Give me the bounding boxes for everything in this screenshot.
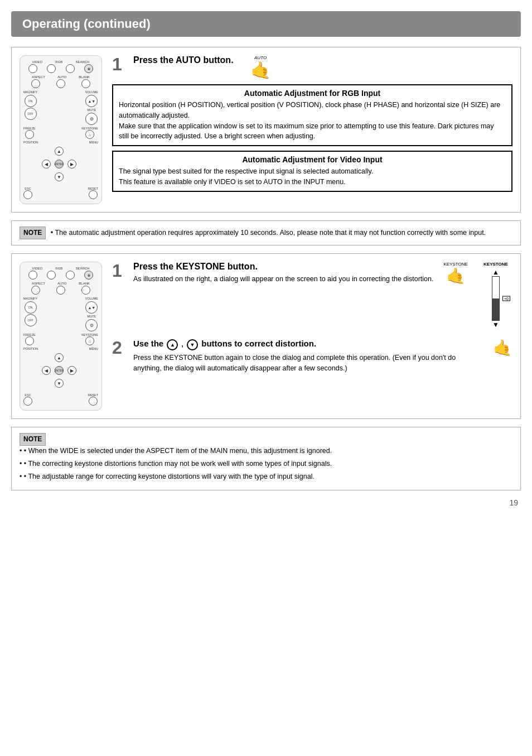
search-btn (66, 64, 75, 73)
right-btn-2: ▶ (67, 366, 76, 375)
step1-header: 1 Press the AUTO button. AUTO 🤙 (112, 55, 512, 80)
magnify-on-btn: ON (25, 95, 37, 107)
esc-btn-2 (23, 397, 32, 406)
up-circle-btn: ▲ (167, 339, 178, 350)
rgb-btn-2 (47, 271, 56, 280)
rgb-section-text: Horizontal position (H POSITION), vertic… (119, 100, 506, 142)
keystone-hand-label: KEYSTONE (444, 262, 468, 267)
remote-row-labels-1: VIDEO RGB SEARCH (23, 60, 98, 64)
step2-hand-icon-area: 🤙 (493, 339, 512, 357)
esc-btn-1 (23, 190, 32, 199)
enter-btn-2: ENTER (55, 366, 64, 375)
aspect-btn-2 (31, 286, 40, 295)
keystone-btn-2: ⌂ (85, 336, 94, 345)
keystone-display-label: KEYSTONE (483, 262, 508, 267)
note1-label: NOTE (20, 227, 46, 239)
remote2-row-labels-1: VIDEO RGB SEARCH (23, 267, 98, 270)
keystone-step2-number: 2 (112, 339, 129, 357)
magnify-off-btn: OFF (25, 108, 37, 120)
rgb-section-title: Automatic Adjustment for RGB Input (119, 89, 506, 98)
keystone-btn-1: ⌂ (85, 130, 94, 139)
keystone-arrow-up: ▲ (492, 268, 499, 276)
keystone-step2-content: Use the ▲ , ▼ buttons to correct distort… (133, 339, 483, 374)
keystone-hand-area: KEYSTONE 🤙 (444, 262, 468, 285)
keystone-step1-body: Press the KEYSTONE button. As illustrate… (133, 262, 468, 285)
blank-btn-2 (81, 286, 90, 295)
keystone-step1-title: Press the KEYSTONE button. (133, 262, 434, 272)
magnify-off-btn-2: OFF (25, 314, 37, 326)
keystone-step1-header: 1 Press the KEYSTONE button. As illustra… (112, 262, 473, 285)
freeze-btn-2 (25, 336, 34, 345)
video-btn-2 (28, 271, 37, 280)
remote-row-labels-2: ASPECT AUTO BLANK (23, 75, 98, 79)
volume-btn-2: ▲▼ (85, 301, 98, 314)
power-btn: ⏻ (84, 64, 93, 73)
reset-btn-2 (89, 397, 98, 406)
note1-text: • The automatic adjustment operation req… (51, 229, 486, 237)
keystone-display-area: KEYSTONE ▲ +0 ▼ (479, 262, 512, 329)
keystone-bar: +0 (492, 276, 500, 321)
volume-btn: ▲▼ (85, 95, 98, 107)
keystone-value: +0 (502, 296, 510, 301)
note1-box: NOTE • The automatic adjustment operatio… (11, 220, 521, 245)
header-title: Operating (continued) (22, 17, 151, 31)
note2-item-1: • When the WIDE is selected under the AS… (20, 446, 512, 456)
aspect-btn (31, 79, 40, 88)
left-btn: ◀ (42, 160, 51, 168)
right-btn: ▶ (67, 160, 76, 168)
auto-btn-2 (56, 286, 65, 295)
keystone-step2-title: Use the ▲ , ▼ buttons to correct distort… (133, 339, 483, 350)
keystone-hand-icon: 🤙 (446, 267, 466, 285)
keystone-step2-body: Use the ▲ , ▼ buttons to correct distort… (133, 339, 512, 374)
video-section-text: The signal type best suited for the resp… (119, 166, 506, 187)
enter-btn: ENTER (55, 160, 64, 168)
note2-box: NOTE • When the WIDE is selected under t… (11, 427, 521, 490)
search-btn-2 (66, 271, 75, 280)
keystone-arrow-down: ▼ (492, 321, 499, 329)
freeze-btn (25, 130, 34, 139)
remote-top-row: ⏻ (23, 64, 98, 73)
remote2-aspect-row (23, 286, 98, 295)
auto-btn (56, 79, 65, 88)
page-num-text: 19 (509, 498, 518, 507)
remote-control-1: VIDEO RGB SEARCH ⏻ ASPECT AUTO BLANK (20, 55, 102, 204)
power-btn-2: ⏻ (84, 271, 93, 280)
keystone-bar-fill (492, 298, 499, 320)
keystone-step1-content: 1 Press the KEYSTONE button. As illustra… (112, 262, 473, 329)
down-btn-2: ▼ (55, 379, 64, 388)
remote-aspect-row (23, 79, 98, 88)
down-circle-btn: ▼ (187, 339, 198, 350)
keystone-step1: 1 Press the KEYSTONE button. As illustra… (112, 262, 512, 329)
remote2-top-row: ⏻ (23, 271, 98, 280)
video-sub-section: Automatic Adjustment for Video Input The… (112, 151, 512, 192)
remote-control-2: VIDEO RGB SEARCH ⏻ ASPECT AUTO BLANK (20, 262, 102, 411)
keystone-step2: 2 Use the ▲ , ▼ buttons to correct disto… (112, 339, 512, 374)
down-btn: ▼ (55, 172, 64, 181)
blank-btn (81, 79, 90, 88)
reset-btn-1 (89, 190, 98, 199)
video-btn (28, 64, 37, 73)
video-section-title: Automatic Adjustment for Video Input (119, 155, 506, 164)
rgb-btn (47, 64, 56, 73)
remote2-row-labels-2: ASPECT AUTO BLANK (23, 282, 98, 285)
step1-number: 1 (112, 55, 129, 73)
keystone-step1-number: 1 (112, 262, 129, 280)
up-btn-2: ▲ (55, 353, 64, 362)
step2-hand-icon: 🤙 (493, 339, 512, 357)
rgb-sub-section: Automatic Adjustment for RGB Input Horiz… (112, 84, 512, 146)
section1-box: VIDEO RGB SEARCH ⏻ ASPECT AUTO BLANK (11, 47, 521, 213)
note2-item-3: • The adjustable range for correcting ke… (20, 471, 512, 482)
section2-right: 1 Press the KEYSTONE button. As illustra… (112, 262, 512, 374)
step1-title: Press the AUTO button. (133, 55, 234, 65)
keystone-indicator: +0 (502, 296, 510, 301)
page-number: 19 (11, 498, 521, 507)
left-btn-2: ◀ (42, 366, 51, 375)
auto-icon-area: AUTO 🤙 (250, 55, 271, 80)
mute-btn-2: ⚙ (85, 319, 98, 331)
mute-btn: ⚙ (85, 113, 98, 125)
auto-label: AUTO (254, 55, 267, 60)
auto-hand-icon: 🤙 (250, 60, 271, 80)
note2-label: NOTE (20, 433, 46, 446)
keystone-step2-text: Press the KEYSTONE button again to close… (133, 353, 483, 374)
keystone-step1-text: As illustrated on the right, a dialog wi… (133, 274, 434, 285)
